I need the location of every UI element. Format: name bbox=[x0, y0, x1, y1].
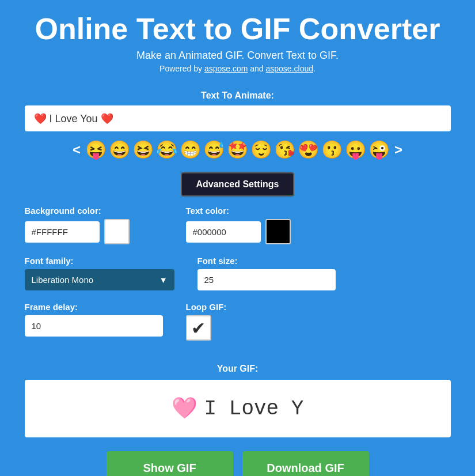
aspose-com-link[interactable]: aspose.com bbox=[204, 64, 248, 73]
gif-heart-icon: 🩷 bbox=[172, 396, 197, 421]
text-color-text-input[interactable] bbox=[186, 221, 261, 243]
settings-row-1: Background color: Text color: bbox=[25, 206, 451, 244]
font-size-group: Font size: bbox=[197, 256, 336, 290]
gif-preview-text: I Love Y bbox=[204, 397, 304, 421]
text-color-input-row bbox=[186, 219, 324, 244]
show-gif-button[interactable]: Show GIF bbox=[107, 451, 233, 476]
subtitle: Make an Animated GIF. Convert Text to GI… bbox=[35, 50, 440, 62]
loop-gif-group: Loop GIF: ✔ bbox=[186, 302, 324, 341]
font-family-select-wrapper: Liberation Mono Arial Times New Roman Co… bbox=[25, 269, 174, 290]
gif-preview-section: Your GIF: 🩷 I Love Y bbox=[25, 364, 451, 437]
powered-text: Powered by bbox=[159, 64, 202, 73]
checkmark-icon: ✔ bbox=[191, 318, 206, 338]
emoji-9[interactable]: 😘 bbox=[274, 139, 295, 160]
frame-delay-label: Frame delay: bbox=[25, 302, 163, 312]
emoji-3[interactable]: 😆 bbox=[132, 139, 154, 160]
font-size-label: Font size: bbox=[197, 256, 336, 266]
font-family-label: Font family: bbox=[25, 256, 174, 266]
emoji-10[interactable]: 😍 bbox=[298, 139, 319, 160]
gif-preview-content: 🩷 I Love Y bbox=[172, 396, 304, 421]
and-text: and bbox=[250, 64, 265, 73]
frame-delay-input[interactable] bbox=[25, 315, 163, 337]
bg-color-input-row bbox=[25, 219, 163, 244]
loop-gif-label: Loop GIF: bbox=[186, 302, 324, 312]
bg-color-text-input[interactable] bbox=[25, 221, 100, 243]
advanced-settings-button[interactable]: Advanced Settings bbox=[181, 172, 294, 197]
emoji-2[interactable]: 😄 bbox=[109, 139, 130, 160]
text-color-label: Text color: bbox=[186, 206, 324, 216]
emoji-6[interactable]: 😅 bbox=[203, 139, 225, 160]
powered-by: Powered by aspose.com and aspose.cloud. bbox=[35, 64, 440, 73]
frame-delay-group: Frame delay: bbox=[25, 302, 163, 341]
settings-row-2: Font family: Liberation Mono Arial Times… bbox=[25, 256, 451, 290]
gif-preview-label: Your GIF: bbox=[25, 364, 451, 374]
text-animate-section: Text To Animate: bbox=[25, 90, 451, 131]
emoji-13[interactable]: 😜 bbox=[368, 139, 390, 160]
bg-color-swatch[interactable] bbox=[104, 219, 130, 244]
emoji-left-arrow[interactable]: < bbox=[70, 142, 83, 158]
emoji-5[interactable]: 😁 bbox=[180, 139, 201, 160]
settings-row-3: Frame delay: Loop GIF: ✔ bbox=[25, 302, 451, 341]
loop-gif-checkbox-wrapper: ✔ bbox=[186, 315, 324, 341]
text-animate-input[interactable] bbox=[25, 105, 451, 131]
page-title: Online Text to GIF Converter bbox=[35, 12, 440, 46]
bg-color-group: Background color: bbox=[25, 206, 163, 244]
emoji-7[interactable]: 🤩 bbox=[227, 139, 248, 160]
loop-gif-checkbox[interactable]: ✔ bbox=[186, 315, 211, 341]
download-gif-button[interactable]: Download GIF bbox=[242, 451, 369, 476]
text-animate-label: Text To Animate: bbox=[25, 90, 451, 101]
gif-preview-box: 🩷 I Love Y bbox=[25, 380, 451, 437]
header: Online Text to GIF Converter Make an Ani… bbox=[35, 12, 440, 73]
emoji-4[interactable]: 😂 bbox=[156, 139, 177, 160]
font-size-input[interactable] bbox=[197, 269, 336, 290]
emoji-1[interactable]: 😝 bbox=[85, 139, 107, 160]
emoji-right-arrow[interactable]: > bbox=[392, 142, 405, 158]
emoji-8[interactable]: 😌 bbox=[250, 139, 272, 160]
text-color-group: Text color: bbox=[186, 206, 324, 244]
emoji-11[interactable]: 😗 bbox=[321, 139, 343, 160]
buttons-row: Show GIF Download GIF bbox=[25, 451, 451, 476]
settings-section: Background color: Text color: Font famil… bbox=[25, 206, 451, 352]
emoji-12[interactable]: 😛 bbox=[345, 139, 366, 160]
font-family-select[interactable]: Liberation Mono Arial Times New Roman Co… bbox=[25, 269, 174, 290]
text-color-swatch[interactable] bbox=[265, 219, 291, 244]
aspose-cloud-link[interactable]: aspose.cloud bbox=[266, 64, 314, 73]
bg-color-label: Background color: bbox=[25, 206, 163, 216]
font-family-group: Font family: Liberation Mono Arial Times… bbox=[25, 256, 174, 290]
emoji-bar: < 😝 😄 😆 😂 😁 😅 🤩 😌 😘 😍 😗 😛 😜 > bbox=[70, 139, 405, 160]
